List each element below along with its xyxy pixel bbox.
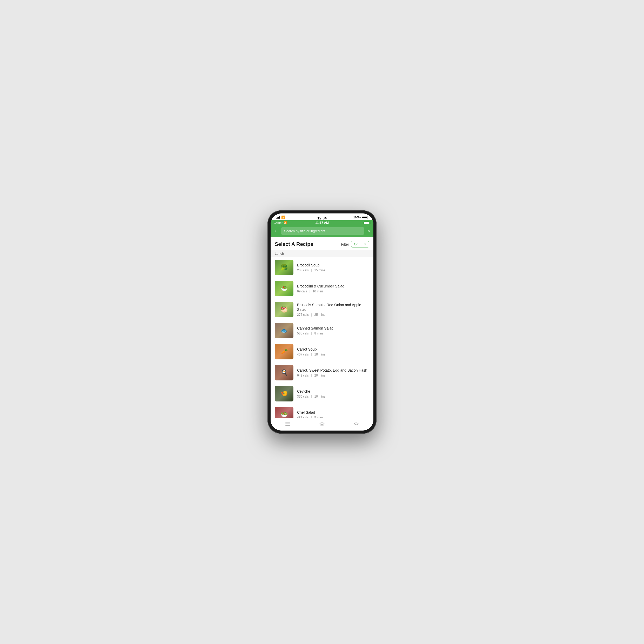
recipe-time: 5 mins <box>314 416 324 418</box>
recipe-name: Chef Salad <box>297 410 369 415</box>
carrier-name: Carrier <box>274 221 283 224</box>
recipe-time: 10 mins <box>313 290 324 293</box>
bottom-nav <box>271 418 373 431</box>
recipe-cals: 69 cals <box>297 290 307 293</box>
battery-icon <box>362 216 368 219</box>
content-area: Select A Recipe Filter On ... ▼ Lunch 🥦 <box>271 237 373 418</box>
recipe-meta: 535 cals | 8 mins <box>297 332 369 335</box>
recipe-emoji: 🥕 <box>275 344 293 359</box>
search-bar: ← Search by title or ingredient ✕ <box>271 225 373 237</box>
battery-status: 100% <box>353 216 368 219</box>
carrier-time: 11:17 AM <box>315 221 329 225</box>
section-header-lunch: Lunch <box>271 250 373 257</box>
recipe-name: Canned Salmon Salad <box>297 326 369 331</box>
carrier-info: Carrier 📶 <box>274 221 287 224</box>
nav-back-button[interactable] <box>353 421 359 427</box>
recipe-emoji: 🥙 <box>275 302 293 317</box>
recipe-meta: 643 cals | 20 mins <box>297 374 369 377</box>
recipe-emoji: 🍳 <box>275 365 293 380</box>
recipe-item[interactable]: 🥗 Chef Salad 487 cals | 5 mins <box>271 404 373 418</box>
recipe-info: Carrot Soup 407 cals | 18 mins <box>297 347 369 356</box>
recipe-emoji: 🥗 <box>275 407 293 418</box>
carrier-wifi-icon: 📶 <box>284 221 287 224</box>
recipe-thumbnail: 🥙 <box>275 302 293 317</box>
recipe-cals: 407 cals <box>297 353 309 356</box>
recipe-list: 🥦 Broccoli Soup 203 cals | 15 mins 🥗 Bro… <box>271 257 373 418</box>
recipe-thumbnail: 🥕 <box>275 344 293 359</box>
recipe-name: Brussels Sprouts, Red Onion and Apple Sa… <box>297 303 369 312</box>
recipe-time: 10 mins <box>314 395 325 398</box>
recipe-meta: 275 cals | 25 mins <box>297 313 369 317</box>
signal-bars-icon <box>276 216 280 219</box>
page-title: Select A Recipe <box>275 241 313 247</box>
recipe-cals: 487 cals <box>297 416 309 418</box>
filter-value: On ... <box>354 242 362 246</box>
recipe-thumbnail: 🥗 <box>275 407 293 418</box>
recipe-thumbnail: 🥦 <box>275 260 293 275</box>
recipe-time: 8 mins <box>314 332 324 335</box>
svg-rect-1 <box>285 424 290 424</box>
phone-screen: 📶 12:34 100% Carrier 📶 11:17 AM <box>271 213 373 431</box>
meta-separator: | <box>311 416 312 418</box>
recipe-time: 18 mins <box>314 353 325 356</box>
recipe-item[interactable]: 🍤 Ceviche 370 cals | 10 mins <box>271 383 373 404</box>
recipe-info: Canned Salmon Salad 535 cals | 8 mins <box>297 326 369 335</box>
recipe-info: Ceviche 370 cals | 10 mins <box>297 389 369 398</box>
meta-separator: | <box>311 395 312 398</box>
recipe-thumbnail: 🐟 <box>275 323 293 338</box>
recipe-item[interactable]: 🍳 Carrot, Sweet Potato, Egg and Bacon Ha… <box>271 362 373 383</box>
recipe-thumbnail: 🥗 <box>275 281 293 296</box>
bar2 <box>277 217 278 219</box>
search-placeholder: Search by title or ingredient <box>284 229 325 233</box>
recipe-emoji: 🥗 <box>275 281 293 296</box>
nav-home-button[interactable] <box>319 421 325 427</box>
recipe-name: Carrot Soup <box>297 347 369 352</box>
recipe-item[interactable]: 🥕 Carrot Soup 407 cals | 18 mins <box>271 341 373 362</box>
recipe-item[interactable]: 🥦 Broccoli Soup 203 cals | 15 mins <box>271 257 373 278</box>
meta-separator: | <box>311 269 312 272</box>
recipe-name: Broccoli Soup <box>297 263 369 267</box>
recipe-thumbnail: 🍤 <box>275 386 293 401</box>
filter-dropdown[interactable]: On ... ▼ <box>351 241 369 247</box>
svg-rect-3 <box>321 424 323 426</box>
recipe-meta: 203 cals | 15 mins <box>297 269 369 272</box>
wifi-icon: 📶 <box>281 216 285 219</box>
recipe-time: 15 mins <box>314 269 325 272</box>
recipe-emoji: 🐟 <box>275 323 293 338</box>
recipe-cals: 203 cals <box>297 269 309 272</box>
close-icon[interactable]: ✕ <box>367 229 370 233</box>
phone-device: 📶 12:34 100% Carrier 📶 11:17 AM <box>267 210 377 434</box>
recipe-cals: 370 cals <box>297 395 309 398</box>
recipe-item[interactable]: 🥙 Brussels Sprouts, Red Onion and Apple … <box>271 299 373 320</box>
recipe-info: Carrot, Sweet Potato, Egg and Bacon Hash… <box>297 368 369 377</box>
recipe-meta: 69 cals | 10 mins <box>297 290 369 293</box>
recipe-name: Broccolini & Cucumber Salad <box>297 284 369 289</box>
system-time: 12:34 <box>317 216 327 220</box>
signal-status: 📶 <box>276 216 285 219</box>
svg-rect-0 <box>285 422 290 422</box>
header-row: Select A Recipe Filter On ... ▼ <box>271 237 373 250</box>
recipe-item[interactable]: 🐟 Canned Salmon Salad 535 cals | 8 mins <box>271 320 373 341</box>
back-button[interactable]: ← <box>274 228 278 234</box>
recipe-cals: 535 cals <box>297 332 309 335</box>
recipe-meta: 370 cals | 10 mins <box>297 395 369 398</box>
meta-separator: | <box>311 332 312 335</box>
bar3 <box>278 217 279 219</box>
battery-percent: 100% <box>353 216 361 219</box>
recipe-emoji: 🍤 <box>275 386 293 401</box>
search-input[interactable]: Search by title or ingredient <box>281 227 364 235</box>
bar1 <box>276 218 277 219</box>
system-status-bar: 📶 12:34 100% <box>271 213 373 220</box>
nav-menu-button[interactable] <box>285 421 291 427</box>
recipe-time: 20 mins <box>314 374 325 377</box>
recipe-info: Brussels Sprouts, Red Onion and Apple Sa… <box>297 303 369 317</box>
recipe-thumbnail: 🍳 <box>275 365 293 380</box>
recipe-meta: 487 cals | 5 mins <box>297 416 369 418</box>
filter-label: Filter <box>341 242 349 246</box>
recipe-name: Ceviche <box>297 389 369 394</box>
recipe-meta: 407 cals | 18 mins <box>297 353 369 356</box>
recipe-emoji: 🥦 <box>275 260 293 275</box>
recipe-item[interactable]: 🥗 Broccolini & Cucumber Salad 69 cals | … <box>271 278 373 299</box>
section-label: Lunch <box>275 252 284 256</box>
carrier-battery-icon <box>363 221 370 224</box>
